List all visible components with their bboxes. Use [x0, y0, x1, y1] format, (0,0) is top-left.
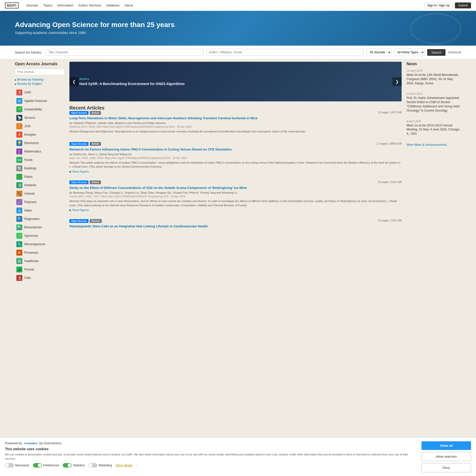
subject-icon: ⚙ — [16, 98, 22, 104]
sidebar-item-mathematics[interactable]: ∑Mathematics — [15, 148, 64, 155]
nav-initiatives[interactable]: Initiatives — [106, 3, 119, 7]
article-title-link[interactable]: Hematopoietic Stem Cells as an Integrati… — [69, 224, 402, 229]
sidebar-item-healthcare[interactable]: 🏥Healthcare — [15, 257, 64, 265]
nav-actions: Sign In / Sign Up Submit — [425, 2, 471, 8]
show-figures-link[interactable]: Show Figures — [69, 208, 402, 212]
subject-icon: 🔗 — [16, 199, 22, 205]
article-type-badge: Article — [90, 111, 101, 115]
subject-icon: 🔬 — [16, 89, 22, 95]
subject-icon: ⚙ — [16, 250, 22, 256]
sidebar-item-cells[interactable]: 🔬Cells — [15, 274, 64, 282]
main-content: Open Access Journals Browse by Indexing … — [0, 62, 476, 282]
subject-icon: 🔍 — [16, 216, 22, 222]
article-authors: by Xiaohui Du, Jiaxin Li, Ziying Tang an… — [69, 153, 402, 156]
submit-button[interactable]: Submit — [455, 2, 471, 8]
article-title-link[interactable]: Study on the Effect of Different Concent… — [69, 186, 402, 190]
signin-button[interactable]: Sign In / Sign Up — [425, 2, 452, 8]
nav-information[interactable]: Information — [57, 3, 73, 7]
article-type-badge: Review — [90, 219, 102, 223]
search-author-input[interactable] — [206, 49, 364, 56]
subject-label: JCM — [24, 124, 30, 128]
sidebar-item-plants[interactable]: 🌿Plants — [15, 173, 64, 181]
recent-articles-heading: Recent Articles — [69, 105, 402, 111]
nav-journals[interactable]: Journals — [26, 3, 38, 7]
sidebar-item-applied-sciences[interactable]: ⚙Applied Sciences — [15, 97, 64, 105]
subject-icon: 💊 — [16, 224, 22, 230]
sidebar-item-microorganisms[interactable]: 🦠Microorganisms — [15, 240, 64, 248]
sidebar-item-agronomy[interactable]: 🌾Agronomy — [15, 232, 64, 240]
article-card: Open AccessArticle12 pages, 1872 KiBLong… — [69, 111, 402, 139]
search-title-input[interactable] — [46, 49, 204, 56]
sidebar-item-buildings[interactable]: 🏗Buildings — [15, 164, 64, 172]
journals-select[interactable]: All Journals — [366, 49, 391, 56]
open-access-badge: Open Access — [69, 219, 89, 223]
news-panel: News 15 April 2024Meet Us at the 12th Wo… — [407, 62, 461, 282]
subject-label: Processes — [24, 251, 38, 254]
subject-label: Agronomy — [24, 234, 38, 238]
nav-topics[interactable]: Topics — [43, 3, 52, 7]
article-card: Open AccessArticle17 pages, 18900 KiBRes… — [69, 142, 402, 177]
sidebar-item-electronics[interactable]: 💡Electronics — [15, 139, 64, 147]
nav-author-services[interactable]: Author Services — [78, 3, 101, 7]
open-access-badge: Open Access — [69, 111, 89, 115]
article-journal-info: Foods 2024, 13(8), 1247; https://doi.org… — [69, 195, 402, 198]
subject-icon: 🏗 — [16, 165, 22, 171]
sidebar-item-polymers[interactable]: 🔗Polymers — [15, 198, 64, 206]
subject-icon: 🦠 — [16, 241, 22, 247]
sidebar-item-foods[interactable]: 🍽Foods — [15, 156, 64, 164]
article-journal-info: Medicina 2024, 60(4), 600; https://doi.o… — [69, 125, 402, 128]
article-card: Open AccessArticle22 pages, 5101 KiBStud… — [69, 180, 402, 215]
article-types-select[interactable]: All Article Types — [394, 49, 425, 56]
search-button[interactable]: Search — [427, 49, 445, 56]
sidebar-item-sustainability[interactable]: 🌱Sustainability — [15, 105, 64, 113]
articles-container: Open AccessArticle12 pages, 1872 KiBLong… — [69, 111, 402, 233]
subject-icon: 📡 — [16, 115, 22, 121]
sidebar-item-ijms[interactable]: 🔬IJMS — [15, 89, 64, 96]
center-content: ❮ Sensors Hard SyDR: A Benchmarking Envi… — [69, 62, 402, 282]
subject-label: Nutrients — [24, 183, 36, 187]
carousel-right-arrow[interactable]: ❯ — [392, 77, 402, 86]
subject-icon: 💧 — [16, 208, 22, 213]
sidebar-item-sensors[interactable]: 📡Sensors — [15, 114, 64, 122]
article-badges: Open AccessReview22 pages, 1151 KiB — [69, 219, 402, 223]
nav-about[interactable]: About — [124, 3, 133, 7]
subject-icon: 💡 — [16, 140, 22, 146]
browse-links: Browse by Indexing Browse by Subject — [15, 78, 64, 86]
subject-icon: ∑ — [16, 149, 22, 154]
subject-label: Applied Sciences — [24, 99, 47, 103]
news-date: 8 April 2024 — [407, 120, 461, 123]
subject-icon: ⚡ — [16, 132, 22, 138]
carousel-left-arrow[interactable]: ❮ — [69, 77, 79, 86]
find-journal-input[interactable] — [15, 69, 64, 75]
sidebar-item-nutrients[interactable]: 📗Nutrients — [15, 181, 64, 189]
sidebar-item-processes[interactable]: ⚙Processes — [15, 249, 64, 257]
article-card: Open AccessReview22 pages, 1151 KiBHemat… — [69, 219, 402, 233]
article-title-link[interactable]: Research on Factors Influencing Indoor P… — [69, 147, 402, 152]
advanced-search-button[interactable]: Advanced — [448, 51, 461, 54]
sidebar-item-water[interactable]: 💧Water — [15, 207, 64, 214]
subject-label: Electronics — [24, 141, 39, 145]
open-access-badge: Open Access — [69, 180, 89, 184]
sidebar-item-animals[interactable]: 🐾Animals — [15, 190, 64, 198]
sidebar-item-diagnostics[interactable]: 🔍Diagnostics — [15, 215, 64, 223]
subject-label: Sensors — [24, 116, 35, 119]
hero-subtitle: Supporting academic communities since 19… — [15, 31, 461, 35]
sidebar: Open Access Journals Browse by Indexing … — [15, 62, 64, 282]
mdpi-logo: MDPI — [5, 2, 19, 8]
article-title-link[interactable]: Long-Term Alterations in Motor Skills, N… — [69, 116, 402, 120]
subject-icon: ⚕ — [16, 123, 22, 129]
browse-by-subject[interactable]: Browse by Subject — [15, 82, 64, 86]
subject-label: Foods — [24, 158, 32, 162]
browse-by-indexing[interactable]: Browse by Indexing — [15, 78, 64, 81]
sidebar-item-energies[interactable]: ⚡Energies — [15, 131, 64, 139]
subject-label: Buildings — [24, 167, 36, 170]
search-label: Search for Articles: — [15, 51, 42, 54]
sidebar-item-biomedicines[interactable]: 💊Biomedicines — [15, 223, 64, 231]
subject-label: Animals — [24, 192, 35, 195]
sidebar-item-forests[interactable]: 🌲Forests — [15, 266, 64, 273]
article-page-count: 12 pages, 1872 KiB — [378, 111, 402, 114]
show-figures-link[interactable]: Show Figures — [69, 170, 402, 173]
subject-label: Forests — [24, 268, 34, 271]
more-news-link[interactable]: More News & Announcements... — [407, 143, 449, 147]
sidebar-item-jcm[interactable]: ⚕JCM — [15, 122, 64, 130]
